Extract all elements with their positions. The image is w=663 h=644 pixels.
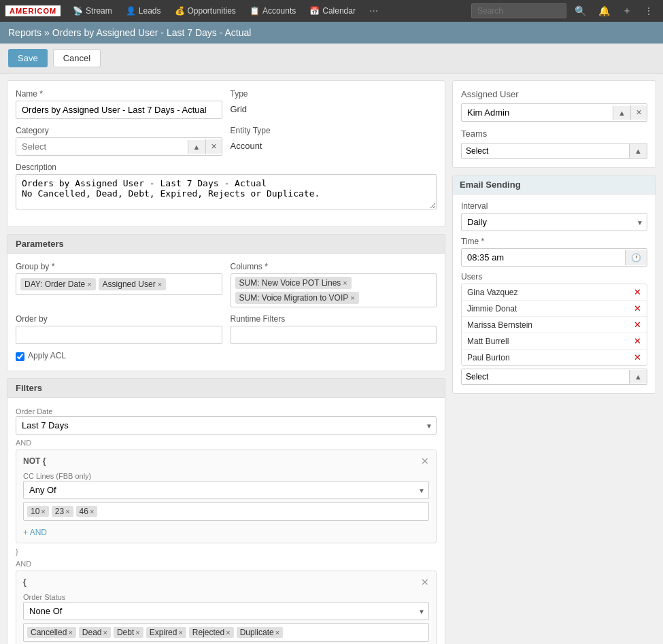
nav-more[interactable]: ···	[362, 0, 385, 22]
save-button[interactable]: Save	[8, 49, 48, 67]
user-remove-4[interactable]: ✕	[634, 352, 641, 362]
category-entity-row: Category ▲ ✕ Entity Type Account	[16, 126, 437, 156]
dead-remove[interactable]: ×	[103, 628, 107, 637]
columns-field[interactable]: SUM: New Voice POT Lines × SUM: Voice Mi…	[231, 273, 437, 307]
cc-lines-token-10: 10 ×	[27, 506, 49, 517]
columns-token-0-remove[interactable]: ×	[343, 279, 347, 287]
user-item-4: Paul Burton ✕	[462, 350, 647, 365]
category-up-btn[interactable]: ▲	[188, 140, 205, 154]
order-by-input[interactable]	[16, 326, 222, 344]
not-block-close-icon[interactable]: ✕	[421, 456, 429, 467]
assigned-user-section-title: Assigned User	[461, 89, 647, 99]
cc-lines-token-10-remove[interactable]: ×	[41, 507, 45, 515]
category-input[interactable]	[16, 138, 188, 155]
order-status-tokens-field[interactable]: Cancelled × Dead × Debt × Expired ×	[23, 623, 429, 642]
type-value: Grid	[231, 101, 437, 118]
teams-right-label: Teams	[461, 129, 647, 139]
user-remove-0[interactable]: ✕	[634, 287, 641, 297]
description-textarea[interactable]	[16, 174, 437, 209]
columns-label: Columns *	[231, 262, 437, 271]
filters-body: Order Date Last 7 Days ▼ AND NOT { ✕	[7, 397, 445, 644]
add-and-button-inner[interactable]: + AND	[23, 528, 47, 537]
breadcrumb-parent[interactable]: Reports	[8, 27, 41, 38]
accounts-icon: 📋	[250, 6, 260, 16]
nav-stream[interactable]: 📡 Stream	[66, 0, 119, 22]
group-by-token-1: Assigned User ×	[99, 278, 166, 290]
description-col: Description	[16, 163, 437, 211]
group-by-field[interactable]: DAY: Order Date × Assigned User ×	[16, 273, 222, 295]
cc-lines-token-23-remove[interactable]: ×	[65, 507, 69, 515]
user-remove-1[interactable]: ✕	[634, 303, 641, 313]
not-block-header: NOT { ✕	[23, 456, 429, 467]
cc-lines-token-46-remove[interactable]: ×	[90, 507, 94, 515]
name-input[interactable]	[16, 101, 222, 119]
teams-right-select[interactable]: Select	[462, 143, 629, 158]
cc-lines-any-of-select[interactable]: Any Of	[23, 481, 429, 499]
order-date-select[interactable]: Last 7 Days	[16, 416, 437, 435]
parameters-body: Group by * DAY: Order Date × Assigned Us…	[7, 253, 445, 371]
time-clock-icon[interactable]: 🕐	[625, 250, 647, 265]
search-input[interactable]	[471, 3, 566, 18]
users-add-up-btn[interactable]: ▲	[629, 370, 647, 384]
name-type-row: Name * Type Grid	[16, 89, 437, 119]
runtime-filters-input[interactable]	[231, 326, 437, 344]
breadcrumb: Reports » Orders by Assigned User - Last…	[0, 22, 663, 44]
nav-opportunities[interactable]: 💰 Opportunities	[168, 0, 243, 22]
interval-select-wrap: Daily ▼	[461, 213, 647, 231]
assigned-user-up-btn[interactable]: ▲	[613, 106, 630, 120]
calendar-icon: 📅	[309, 6, 320, 16]
name-label: Name *	[16, 89, 222, 99]
add-icon[interactable]: ＋	[618, 2, 636, 20]
assigned-user-field: ▲ ✕	[461, 103, 647, 122]
apply-acl-checkbox[interactable]	[16, 352, 24, 361]
teams-right-section: Teams Select ▲	[461, 129, 647, 159]
right-panel: Assigned User ▲ ✕ Teams Select ▲ Email S…	[452, 80, 656, 644]
order-date-label: Order Date	[16, 407, 52, 416]
menu-icon[interactable]: ⋮	[640, 3, 658, 19]
teams-right-up-btn[interactable]: ▲	[629, 144, 647, 158]
group-by-token-0-remove[interactable]: ×	[87, 280, 91, 288]
cancelled-remove[interactable]: ×	[68, 628, 72, 637]
nav-leads[interactable]: 👤 Leads	[119, 0, 168, 22]
order-by-col: Order by	[16, 314, 222, 344]
time-input[interactable]	[462, 249, 625, 266]
search-icon[interactable]: 🔍	[571, 3, 590, 19]
assigned-user-clear-btn[interactable]: ✕	[630, 105, 647, 120]
columns-token-1-remove[interactable]: ×	[350, 294, 354, 302]
expired-remove[interactable]: ×	[178, 628, 182, 637]
and-label-1: AND	[16, 439, 437, 447]
main-layout: Name * Type Grid Category ▲ ✕	[0, 73, 663, 644]
name-col: Name *	[16, 89, 222, 119]
email-section-title: Email Sending	[453, 175, 656, 194]
action-bar: Save Cancel	[0, 44, 663, 73]
open-brace-label: {	[23, 577, 27, 587]
duplicate-remove[interactable]: ×	[275, 628, 279, 637]
apply-acl-row: Apply ACL	[16, 351, 437, 362]
user-remove-2[interactable]: ✕	[634, 320, 641, 330]
nav-accounts[interactable]: 📋 Accounts	[243, 0, 303, 22]
interval-select[interactable]: Daily	[461, 213, 647, 231]
cancel-button[interactable]: Cancel	[53, 49, 101, 67]
cc-lines-token-23: 23 ×	[52, 506, 73, 517]
user-remove-3[interactable]: ✕	[634, 336, 641, 346]
category-clear-btn[interactable]: ✕	[205, 139, 222, 154]
users-list: Gina Vazquez ✕ Jimmie Donat ✕ Marissa Be…	[461, 284, 647, 366]
columns-col: Columns * SUM: New Voice POT Lines × SUM…	[231, 262, 437, 307]
assigned-user-input[interactable]	[462, 104, 613, 121]
debt-remove[interactable]: ×	[135, 628, 139, 637]
runtime-filters-label: Runtime Filters	[231, 314, 437, 324]
rejected-remove[interactable]: ×	[226, 628, 230, 637]
users-add-select[interactable]: Select	[462, 369, 629, 384]
cc-lines-any-of-wrap: Any Of ▼	[23, 481, 429, 499]
assigned-user-card: Assigned User ▲ ✕ Teams Select ▲	[452, 80, 656, 168]
category-field: ▲ ✕	[16, 137, 222, 156]
order-status-none-of-select[interactable]: None Of	[23, 602, 429, 620]
bell-icon[interactable]: 🔔	[594, 3, 614, 19]
order-status-close-icon[interactable]: ✕	[421, 577, 429, 588]
logo: AMERICOM	[5, 5, 61, 16]
nav-calendar[interactable]: 📅 Calendar	[303, 0, 362, 22]
cc-lines-tokens-field[interactable]: 10 × 23 × 46 ×	[23, 502, 429, 521]
order-status-row: Order Status None Of ▼ Cancelled ×	[23, 592, 429, 642]
group-by-token-1-remove[interactable]: ×	[158, 280, 162, 288]
parameters-header: Parameters	[7, 234, 445, 253]
